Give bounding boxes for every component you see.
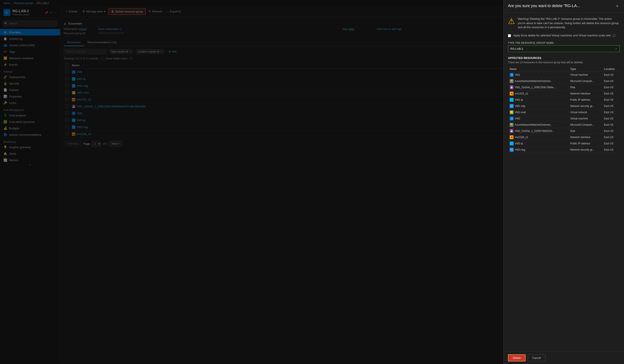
affected-resource-location: East US — [602, 147, 620, 153]
affected-resource-type: Microsoft.Compute... — [569, 78, 602, 84]
delete-confirmation-panel: Are you sure you want to delete "RG-LA..… — [503, 0, 624, 364]
affected-resource-name: VM2-ip — [515, 142, 523, 145]
type-name-label: TYPE THE RESOURCE GROUP NAME: — [508, 42, 620, 44]
warning-icon: ⚠ — [508, 17, 515, 29]
delete-button[interactable]: Delete — [508, 354, 526, 362]
affected-resource-icon: 🖥 — [510, 117, 514, 121]
affected-resource-location: East US — [602, 97, 620, 103]
affected-resource-type: Public IP address — [569, 97, 602, 103]
panel-close-button[interactable]: × — [615, 3, 620, 9]
affected-resource-type: Disk — [569, 128, 602, 134]
confirm-name-wrap: ✓ — [508, 45, 620, 52]
affected-resource-type: Network interface — [569, 134, 602, 141]
affected-row: 🌐 VM1-ip Public IP address East US — [508, 97, 620, 103]
affected-resource-type: Network security gr... — [569, 103, 602, 109]
affected-resource-location: East US — [602, 72, 620, 78]
cancel-button[interactable]: Cancel — [528, 355, 546, 361]
affected-row: 💾 VM1_OsDisk_1_00f81359c7684e... Disk Ea… — [508, 84, 620, 91]
affected-resource-icon: 💾 — [510, 85, 514, 89]
affected-row: 🖥 VM2 Virtual machine East US — [508, 116, 620, 122]
affected-resource-type: Public IP address — [569, 141, 602, 147]
affected-resource-name: VM2-nsg — [515, 148, 525, 151]
affected-row: 🔀 VM1-vnet Virtual network East US — [508, 109, 620, 116]
affected-resource-icon: 🛡 — [510, 148, 514, 152]
affected-resource-location: East US — [602, 134, 620, 141]
affected-resource-icon: 🔀 — [510, 110, 514, 114]
force-delete-row: Apply force delete for selected Virtual … — [508, 34, 620, 37]
affected-resource-type: Disk — [569, 84, 602, 91]
affected-resource-icon: 💾 — [510, 129, 514, 133]
affected-row: 📦 AzureNetworkWatcherExtensio... Microso… — [508, 78, 620, 84]
affected-resource-name: VM2_OsDisk_1_52f2874b00324... — [515, 129, 554, 133]
valid-check-icon: ✓ — [615, 47, 618, 50]
panel-title: Are you sure you want to delete "RG-LA..… — [508, 3, 580, 8]
warning-box: ⚠ Warning! Deleting the "RG-LAB-2" resou… — [508, 17, 620, 29]
affected-resource-location: East US — [602, 103, 620, 109]
affected-resource-location: East US — [602, 141, 620, 147]
affected-resource-name: VM1-vnet — [515, 111, 526, 114]
affected-resource-location: East US — [602, 116, 620, 122]
affected-resource-name: AzureNetworkWatcherExtensio... — [515, 123, 553, 126]
confirm-name-input[interactable] — [508, 45, 620, 52]
affected-col-type: Type — [569, 67, 602, 72]
affected-resource-name: AzureNetworkWatcherExtensio... — [515, 80, 553, 83]
affected-row: 🛡 VM1-nsg Network security gr... East US — [508, 103, 620, 109]
affected-resource-type: Network security gr... — [569, 147, 602, 153]
force-delete-label: Apply force delete for selected Virtual … — [513, 34, 616, 37]
affected-row: 🖥 VM1 Virtual machine East US — [508, 72, 620, 78]
blur-overlay — [508, 153, 620, 166]
affected-row: 💾 VM2_OsDisk_1_52f2874b00324... Disk Eas… — [508, 128, 620, 134]
affected-resource-name: vm1415_z1 — [515, 92, 528, 95]
force-delete-checkbox[interactable] — [508, 34, 511, 37]
affected-row: 📦 AzureNetworkWatcherExtensio... Microso… — [508, 122, 620, 128]
affected-row: 🛡 VM2-nsg Network security gr... East US — [508, 147, 620, 153]
affected-resource-icon: 📦 — [510, 123, 514, 127]
panel-header: Are you sure you want to delete "RG-LA..… — [504, 0, 624, 12]
affected-resource-type: Virtual machine — [569, 72, 602, 78]
affected-resource-icon: 🌐 — [510, 98, 514, 102]
affected-resource-name: VM1_OsDisk_1_00f81359c7684e... — [515, 86, 555, 89]
affected-resource-type: Microsoft.Compute... — [569, 122, 602, 128]
affected-row: 🔌 vm2238_z1 Network interface East US — [508, 134, 620, 141]
affected-resource-name: VM1 — [515, 73, 520, 76]
affected-resource-name: vm2238_z1 — [515, 136, 528, 139]
affected-resource-icon: 🔌 — [510, 92, 514, 96]
affected-resource-location: East US — [602, 84, 620, 91]
affected-resource-icon: 🛡 — [510, 104, 514, 108]
affected-title: AFFECTED RESOURCES — [508, 56, 620, 60]
affected-resource-location: East US — [602, 78, 620, 84]
panel-body: ⚠ Warning! Deleting the "RG-LAB-2" resou… — [504, 12, 624, 352]
affected-row: 🌐 VM2-ip Public IP address East US — [508, 141, 620, 147]
force-delete-info-icon[interactable]: i — [613, 34, 616, 37]
affected-resource-location: East US — [602, 91, 620, 97]
affected-resource-type: Virtual network — [569, 109, 602, 116]
affected-resource-location: East US — [602, 122, 620, 128]
affected-table: Name Type Location 🖥 VM1 Virtual machine… — [508, 67, 620, 153]
affected-resource-type: Network interface — [569, 91, 602, 97]
affected-resource-icon: 🔌 — [510, 135, 514, 139]
affected-count: There are 13 resources in this resource … — [508, 61, 620, 64]
affected-resource-location: East US — [602, 109, 620, 116]
affected-resource-icon: 🖥 — [510, 73, 514, 77]
affected-resource-name: VM1-ip — [515, 98, 523, 101]
affected-resource-type: Virtual machine — [569, 116, 602, 122]
affected-resources-section: AFFECTED RESOURCES There are 13 resource… — [508, 56, 620, 166]
affected-resource-name: VM2 — [515, 117, 520, 120]
affected-col-location: Location — [602, 67, 620, 72]
affected-resource-icon: 📦 — [510, 79, 514, 83]
affected-resource-icon: 🌐 — [510, 142, 514, 146]
warning-text: Warning! Deleting the "RG-LAB-2" resourc… — [518, 17, 620, 29]
panel-footer: Delete Cancel — [504, 352, 624, 364]
affected-resource-name: VM1-nsg — [515, 105, 525, 108]
affected-col-name: Name — [508, 67, 569, 72]
affected-row: 🔌 vm1415_z1 Network interface East US — [508, 91, 620, 97]
affected-resource-location: East US — [602, 128, 620, 134]
